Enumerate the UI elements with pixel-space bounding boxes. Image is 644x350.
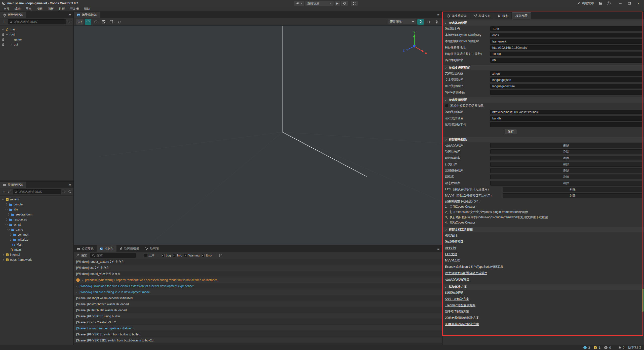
log-row[interactable]: [Scene] [PHYSICS]: using builtin. [74,313,442,319]
solution-link[interactable]: 3D角色扮演游戏解决方案 [445,322,479,326]
section-i18n-config[interactable]: 游戏多语言配置 [442,65,644,70]
log-row-info[interactable]: › [Window] You are running Vue in develo… [74,289,442,295]
warning-icon[interactable]: ! [594,346,597,349]
tab-build-publish[interactable]: 构建发布 [470,13,494,19]
remove-button[interactable]: 剔除 [490,181,642,186]
tab-framework-config[interactable]: 框架配置 [512,13,531,19]
chevron-right-icon[interactable] [9,233,12,236]
asset-row-game[interactable]: game [0,227,73,232]
asset-row-common[interactable]: common [0,232,73,237]
maximize-button[interactable] [628,2,631,5]
menu-project[interactable]: 项目 [34,7,45,11]
section-resource-config[interactable]: 游戏资源配置 [442,97,644,103]
filter-error[interactable]: Error [201,254,213,257]
doc-link[interactable]: API文档 [445,246,456,250]
error-checkbox[interactable] [201,254,205,257]
game-version-input[interactable] [490,26,642,31]
tree-node-main[interactable]: main [0,27,73,32]
tab-console[interactable]: 控制台 [97,245,116,252]
section-module-trim[interactable]: 框架模块剔除 [442,137,644,142]
chevron-right-icon[interactable] [7,213,10,216]
asset-row-bundle[interactable]: bundle [0,202,73,207]
chevron-right-icon[interactable] [10,43,13,46]
chevron-down-icon[interactable] [5,208,8,211]
folder-icon[interactable] [598,2,602,5]
gear-icon-button[interactable] [433,19,440,25]
log-row[interactable]: [Scene] Cocos Creator v3.8.2 [74,319,442,325]
expand-chevron-icon[interactable]: › [76,290,77,294]
tab-asset-preview[interactable]: 资源预览 [74,245,97,252]
crypto-key-input[interactable] [490,33,642,37]
doc-link[interactable]: 原生包热更新配置自动生成插件 [445,271,487,275]
expand-chevron-icon[interactable]: › [76,284,77,288]
solution-link[interactable]: 新手引导解决方案 [445,310,469,314]
log-row[interactable]: [Scene] [PHYSICS2D]: switch from box2d-w… [74,337,442,343]
info-icon[interactable]: i [583,346,587,349]
light-toggle-button[interactable] [417,19,424,25]
inspector-scrollbar[interactable] [642,289,643,312]
chevron-right-icon[interactable] [2,258,5,261]
menu-extension[interactable]: 扩展 [56,7,67,11]
minimize-button[interactable] [619,3,622,4]
tab-hierarchy[interactable]: 层级管理器 [0,12,26,18]
tab-animation-graph[interactable]: 动画图 [142,245,162,252]
chevron-right-icon[interactable] [9,238,12,241]
doc-link[interactable]: ECS文档 [445,252,457,256]
http-timeout-input[interactable] [490,52,642,56]
remote-url-input[interactable] [490,110,642,114]
scene-viewport[interactable]: Y X Z [74,26,442,245]
play-button[interactable]: ▶ [335,1,340,6]
frame-rate-input[interactable] [490,58,642,63]
asset-row-main-scene[interactable]: main [0,247,73,252]
asset-row-Main[interactable]: TS Main [0,242,73,247]
log-file-icon[interactable] [219,254,222,257]
chevron-down-icon[interactable] [5,223,8,226]
section-solutions[interactable]: 框架解决方案 [442,284,644,290]
remove-button[interactable]: 剔除 [490,143,642,148]
tree-node-gui[interactable]: gui [0,42,73,47]
preview-target-button[interactable] [294,1,304,6]
scene-menu-icon[interactable]: ≡ [435,12,442,18]
crypto-iv-input[interactable] [490,39,642,44]
log-row-info[interactable]: [Scene] Forward render pipeline initiali… [74,325,442,331]
log-row[interactable]: [Scene] [bullet]:bullet wasm lib loaded. [74,307,442,313]
asset-row-assets[interactable]: assets [0,197,73,202]
chevron-down-icon[interactable] [6,33,8,36]
languages-input[interactable] [490,71,642,76]
chevron-right-icon[interactable] [5,203,8,206]
axis-gizmo[interactable]: Y X Z [400,31,428,59]
image-res-path-input[interactable] [490,84,642,89]
remove-button[interactable]: 剔除 [490,156,642,160]
spine-res-path-input[interactable] [490,90,642,95]
filter-info[interactable]: Info [173,254,182,257]
solution-link[interactable]: 2D角色扮演游戏解决方案 [445,316,479,320]
add-node-button[interactable]: + [2,20,6,24]
doc-link[interactable]: 游戏模板项目 [445,240,463,244]
menu-help[interactable]: 帮助 [82,7,93,11]
log-row[interactable]: [Window] model_view文件夹存在 [74,271,442,277]
section-doc-links[interactable]: 框架文档工具链接 [442,227,644,232]
log-row[interactable]: [Scene] meshopt wasm decoder initialized [74,295,442,301]
assets-search-input[interactable] [19,190,59,194]
chevron-down-icon[interactable] [7,228,10,231]
scene-select[interactable]: 当前场景 [305,1,334,6]
log-row[interactable]: [Scene] [PHYSICS]: switch from builtin t… [74,331,442,337]
assets-menu-icon[interactable]: ≡ [66,182,73,188]
filter-warning[interactable]: Warning [184,254,199,257]
solution-link[interactable]: 战棋游戏框架 [445,291,463,295]
remove-button[interactable]: 剔除 [490,149,642,154]
tab-scene-editor[interactable]: 场景编辑器 [74,12,100,18]
view-mode-select[interactable]: 正常浏览 [388,19,416,24]
text-res-path-input[interactable] [490,77,642,82]
expand-chevron-icon[interactable]: › [82,278,83,282]
log-row-info[interactable]: › [Window] Download the Vue Devtools ext… [74,283,442,289]
filter-log[interactable]: Log [161,254,171,257]
log-checkbox[interactable] [161,254,165,257]
console-menu-icon[interactable]: ≡ [435,245,442,252]
mode-3d-button[interactable]: 3D [76,19,84,25]
remote-bundle-input[interactable] [490,116,642,121]
filter-icon[interactable] [63,190,66,193]
asset-row-script[interactable]: script [0,222,73,227]
remove-button[interactable]: 剔除 [503,187,642,192]
asset-row-initialize[interactable]: initialize [0,237,73,242]
